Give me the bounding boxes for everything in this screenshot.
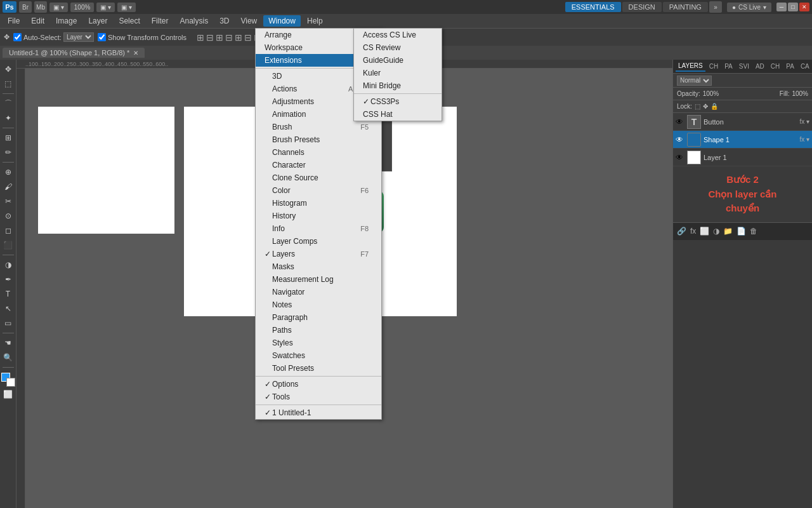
align-left-icon[interactable]: ⊞ — [197, 32, 204, 43]
layer-visibility-button[interactable]: 👁 — [676, 117, 684, 126]
minibr-icon[interactable]: Mb — [34, 1, 47, 13]
cs-live-btn[interactable]: ● CS Live ▾ — [727, 3, 771, 12]
window-menu-history[interactable]: History — [256, 210, 381, 222]
fill-tool[interactable]: ⬛ — [1, 238, 15, 252]
window-menu-histogram[interactable]: Histogram — [256, 197, 381, 210]
ext-kuler[interactable]: Kuler — [354, 67, 442, 79]
type-tool[interactable]: T — [1, 287, 15, 301]
eyedropper-tool[interactable]: ✏ — [1, 145, 15, 159]
lock-all-icon[interactable]: 🔒 — [710, 103, 718, 110]
layer-item-button[interactable]: 👁 T Button fx ▾ — [673, 113, 812, 131]
magic-wand-tool[interactable]: ✦ — [1, 111, 15, 125]
menu-image[interactable]: Image — [51, 15, 82, 27]
menu-select[interactable]: Select — [114, 15, 145, 27]
window-menu-channels[interactable]: Channels — [256, 146, 381, 159]
tab-svi[interactable]: SVI — [737, 62, 752, 71]
blend-mode-select[interactable]: Normal — [677, 76, 712, 86]
hand-tool[interactable]: ☚ — [1, 336, 15, 350]
window-menu-navigator[interactable]: Navigator — [256, 286, 381, 298]
window-menu-paragraph[interactable]: Paragraph — [256, 311, 381, 324]
extras-btn[interactable]: ▣ ▾ — [117, 3, 136, 12]
menu-filter[interactable]: Filter — [147, 15, 174, 27]
color-boxes[interactable] — [1, 373, 15, 387]
tab-ch2[interactable]: CH — [768, 62, 782, 71]
menu-file[interactable]: File — [3, 15, 25, 27]
tab-ad[interactable]: AD — [753, 62, 767, 71]
view-btn[interactable]: ▣ ▾ — [96, 3, 115, 12]
zoom-btn[interactable]: 100% — [70, 3, 95, 12]
tab-painting[interactable]: PAINTING — [663, 2, 708, 12]
adjustment-layer-icon[interactable]: ◑ — [713, 227, 719, 236]
ext-guideguide[interactable]: GuideGuide — [354, 54, 442, 67]
window-menu-untitled[interactable]: ✓1 Untitled-1 — [256, 406, 381, 419]
healing-tool[interactable]: ⊕ — [1, 165, 15, 179]
bridge-icon[interactable]: Br — [19, 1, 32, 13]
screen-mode-btn[interactable]: ▣ ▾ — [49, 3, 68, 12]
window-menu-brush[interactable]: BrushF5 — [256, 121, 381, 133]
align-bot-icon[interactable]: ⊟ — [244, 32, 252, 43]
menu-help[interactable]: Help — [302, 15, 328, 27]
layer-visibility-shape1[interactable]: 👁 — [676, 135, 684, 144]
menu-analysis[interactable]: Analysis — [174, 15, 213, 27]
lock-move-icon[interactable]: ✥ — [703, 103, 708, 110]
new-layer-icon[interactable]: 📄 — [737, 227, 746, 236]
window-menu-info[interactable]: InfoF8 — [256, 222, 381, 235]
path-select-tool[interactable]: ↖ — [1, 302, 15, 316]
history-brush-tool[interactable]: ⊙ — [1, 209, 15, 223]
layer-fx-shape1[interactable]: fx ▾ — [799, 136, 809, 143]
window-menu-character[interactable]: Character — [256, 159, 381, 171]
more-tabs-icon[interactable]: » — [709, 1, 722, 13]
tab-ch[interactable]: CH — [707, 62, 721, 71]
brush-tool[interactable]: 🖌 — [1, 180, 15, 194]
window-menu-brush-presets[interactable]: Brush Presets — [256, 133, 381, 146]
link-layers-icon[interactable]: 🔗 — [677, 227, 686, 236]
menu-edit[interactable]: Edit — [26, 15, 49, 27]
pen-tool[interactable]: ✒ — [1, 272, 15, 286]
select-tool[interactable]: ⬚ — [1, 77, 15, 91]
menu-3d[interactable]: 3D — [214, 15, 234, 27]
fg-bg-colors[interactable] — [1, 373, 15, 387]
transform-controls-checkbox[interactable]: Show Transform Controls — [98, 33, 187, 41]
layer-fx-button[interactable]: fx ▾ — [799, 118, 809, 125]
window-menu-tool-presets[interactable]: Tool Presets — [256, 362, 381, 375]
tab-pa[interactable]: PA — [722, 62, 735, 71]
move-tool[interactable]: ✥ — [1, 62, 15, 76]
crop-tool[interactable]: ⊞ — [1, 131, 15, 145]
close-btn[interactable]: ✕ — [799, 3, 809, 11]
window-menu-styles[interactable]: Styles — [256, 337, 381, 349]
window-menu-clone-source[interactable]: Clone Source — [256, 171, 381, 184]
lock-pixels-icon[interactable]: ⬚ — [695, 103, 700, 110]
align-center-icon[interactable]: ⊟ — [206, 32, 214, 43]
doc-tab-close[interactable]: ✕ — [133, 50, 138, 57]
tab-design[interactable]: DESIGN — [622, 2, 662, 12]
window-menu-tools[interactable]: ✓Tools — [256, 391, 381, 403]
ext-mini-bridge[interactable]: Mini Bridge — [354, 79, 442, 92]
window-menu-layer-comps[interactable]: Layer Comps — [256, 235, 381, 248]
ext-cs-review[interactable]: CS Review — [354, 41, 442, 54]
fill-value[interactable]: 100% — [792, 90, 808, 97]
menu-window[interactable]: Window — [263, 15, 301, 27]
new-group-icon[interactable]: 📁 — [723, 227, 733, 236]
layer-item-layer1[interactable]: 👁 Layer 1 — [673, 149, 812, 166]
window-menu-layers[interactable]: ✓LayersF7 — [256, 248, 381, 260]
dodge-tool[interactable]: ◑ — [1, 258, 15, 272]
tab-layers[interactable]: LAYERS — [676, 61, 705, 72]
window-menu-options[interactable]: ✓Options — [256, 378, 381, 391]
add-mask-icon[interactable]: ⬜ — [700, 227, 709, 236]
opacity-value[interactable]: 100% — [703, 90, 719, 97]
document-tab[interactable]: Untitled-1 @ 100% (Shape 1, RGB/8) * ✕ — [3, 48, 145, 58]
window-menu-color[interactable]: ColorF6 — [256, 184, 381, 197]
window-menu-masks[interactable]: Masks — [256, 260, 381, 273]
ext-css3ps[interactable]: ✓CSS3Ps — [354, 95, 442, 108]
align-right-icon[interactable]: ⊞ — [216, 32, 223, 43]
tab-essentials[interactable]: ESSENTIALS — [565, 2, 621, 12]
layer-visibility-layer1[interactable]: 👁 — [676, 153, 684, 162]
window-menu-paths[interactable]: Paths — [256, 324, 381, 337]
window-menu-notes[interactable]: Notes — [256, 298, 381, 311]
shape-tool[interactable]: ▭ — [1, 316, 15, 330]
maximize-btn[interactable]: □ — [788, 3, 798, 11]
add-style-icon[interactable]: fx — [690, 227, 696, 236]
align-mid-icon[interactable]: ⊞ — [235, 32, 242, 43]
move-tool-icon[interactable]: ✥ — [4, 33, 10, 41]
layer-item-shape1[interactable]: 👁 Shape 1 fx ▾ — [673, 131, 812, 149]
